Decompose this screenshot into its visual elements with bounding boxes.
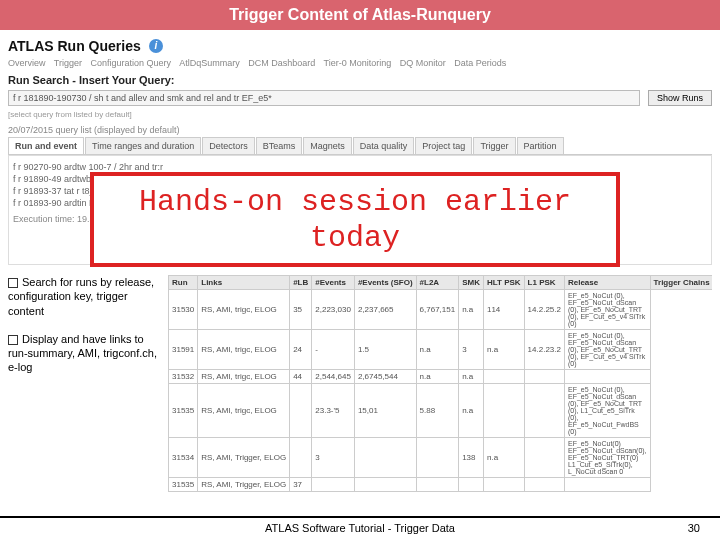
nav-item[interactable]: AtlDqSummary	[179, 58, 240, 68]
table-cell	[524, 478, 564, 492]
table-cell: 2,223,030	[312, 290, 355, 330]
table-cell: 31591	[169, 330, 198, 370]
table-row[interactable]: 31532RS, AMI, trigc, ELOG442,544,6452,67…	[169, 370, 713, 384]
recent-label: 20/07/2015 query list (displayed by defa…	[8, 125, 712, 135]
table-cell: 138	[459, 438, 484, 478]
table-cell: 3	[312, 438, 355, 478]
table-cell	[354, 438, 416, 478]
nav-item[interactable]: DQ Monitor	[400, 58, 446, 68]
table-cell: 23.3-'5	[312, 384, 355, 438]
info-icon[interactable]: i	[149, 39, 163, 53]
table-cell: 2,237,665	[354, 290, 416, 330]
side-text: Search for runs by release, configuratio…	[8, 275, 158, 492]
app-header: ATLAS Run Queries i	[8, 38, 712, 54]
table-cell	[524, 370, 564, 384]
table-cell	[312, 478, 355, 492]
table-header: Release	[564, 276, 650, 290]
table-cell: 31535	[169, 384, 198, 438]
table-header: HLT PSK	[483, 276, 524, 290]
nav-item[interactable]: Data Periods	[454, 58, 506, 68]
table-cell: RS, AMI, trigc, ELOG	[198, 384, 290, 438]
tab-project[interactable]: Project tag	[415, 137, 472, 154]
table-cell: n.a	[459, 370, 484, 384]
table-cell	[459, 478, 484, 492]
table-cell: EF_e5_NoCut(0) EF_e5_NoCut_dScan(0), EF_…	[564, 438, 650, 478]
table-row[interactable]: 31535RS, AMI, Trigger, ELOG37	[169, 478, 713, 492]
table-cell: RS, AMI, trigc, ELOG	[198, 290, 290, 330]
table-header: #Events (SFO)	[354, 276, 416, 290]
table-cell: EF_e5_NoCut (0), EF_e5_NoCut_dScan (0), …	[564, 330, 650, 370]
table-header: Links	[198, 276, 290, 290]
checkbox-icon	[8, 278, 18, 288]
result-line[interactable]: f r 90270-90 ardtw 100-7 / 2hr and tr:r	[13, 162, 707, 172]
table-cell: n.a	[483, 330, 524, 370]
table-cell	[483, 478, 524, 492]
table-cell: 6,767,151	[416, 290, 459, 330]
nav-item[interactable]: Tier-0 Monitoring	[324, 58, 392, 68]
table-cell: 14.2.25.2	[524, 290, 564, 330]
table-header: SMK	[459, 276, 484, 290]
query-row: Show Runs	[8, 90, 712, 106]
overlay-box: Hands-on session earlier today	[90, 172, 620, 267]
tab-bteams[interactable]: BTeams	[256, 137, 303, 154]
table-cell: -	[312, 330, 355, 370]
nav-item[interactable]: Configuration Query	[91, 58, 172, 68]
tabs-row: Run and event Time ranges and duration D…	[8, 137, 712, 155]
table-cell	[290, 384, 312, 438]
table-cell: 31530	[169, 290, 198, 330]
table-cell: 2,544,645	[312, 370, 355, 384]
table-cell: 5.88	[416, 384, 459, 438]
table-cell	[416, 438, 459, 478]
table-cell: 37	[290, 478, 312, 492]
table-cell: 31534	[169, 438, 198, 478]
table-cell	[524, 438, 564, 478]
table-cell: 2,6745,544	[354, 370, 416, 384]
table-cell	[483, 384, 524, 438]
table-cell: 15,01	[354, 384, 416, 438]
app-name: ATLAS Run Queries	[8, 38, 141, 54]
checkbox-icon	[8, 335, 18, 345]
overlay-text: Hands-on session earlier today	[94, 184, 616, 256]
tab-partition[interactable]: Partition	[517, 137, 564, 154]
query-input[interactable]	[8, 90, 640, 106]
footer-center: ATLAS Software Tutorial - Trigger Data	[0, 522, 720, 534]
table-cell: 44	[290, 370, 312, 384]
table-header: Trigger Chains	[650, 276, 712, 290]
table-cell	[483, 370, 524, 384]
table-row[interactable]: 31535RS, AMI, trigc, ELOG23.3-'515,015.8…	[169, 384, 713, 438]
tab-magnets[interactable]: Magnets	[303, 137, 352, 154]
table-cell: 31535	[169, 478, 198, 492]
tab-run-event[interactable]: Run and event	[8, 137, 84, 154]
table-cell	[564, 370, 650, 384]
lower-row: Search for runs by release, configuratio…	[8, 275, 712, 492]
show-runs-button[interactable]: Show Runs	[648, 90, 712, 106]
table-cell: 1.5	[354, 330, 416, 370]
nav-item[interactable]: DCM Dashboard	[248, 58, 315, 68]
table-cell: 114	[483, 290, 524, 330]
table-cell: RS, AMI, Trigger, ELOG	[198, 478, 290, 492]
table-row[interactable]: 31534RS, AMI, Trigger, ELOG3138n.aEF_e5_…	[169, 438, 713, 478]
nav-item[interactable]: Trigger	[54, 58, 82, 68]
table-cell: 24	[290, 330, 312, 370]
footer: ATLAS Software Tutorial - Trigger Data 3…	[0, 516, 720, 534]
table-cell: n.a	[459, 384, 484, 438]
search-label: Run Search - Insert Your Query:	[8, 74, 712, 86]
tab-trigger[interactable]: Trigger	[473, 137, 515, 154]
tab-dq[interactable]: Data quality	[353, 137, 415, 154]
tab-time[interactable]: Time ranges and duration	[85, 137, 201, 154]
table-cell: EF_e5_NoCut (0), EF_e5_NoCut_dScan (0), …	[564, 384, 650, 438]
table-row[interactable]: 31530RS, AMI, trigc, ELOG352,223,0302,23…	[169, 290, 713, 330]
table-cell: RS, AMI, Trigger, ELOG	[198, 438, 290, 478]
table-cell	[416, 478, 459, 492]
table-header: #L2A	[416, 276, 459, 290]
table-cell: 3	[459, 330, 484, 370]
table-cell	[290, 438, 312, 478]
nav-item[interactable]: Overview	[8, 58, 46, 68]
table-cell	[564, 478, 650, 492]
table-header: #LB	[290, 276, 312, 290]
table-row[interactable]: 31591RS, AMI, trigc, ELOG24-1.5n.a3n.a14…	[169, 330, 713, 370]
table-cell: RS, AMI, trigc, ELOG	[198, 370, 290, 384]
table-cell: EF_e5_NoCut (0), EF_e5_NoCut_dScan (0), …	[564, 290, 650, 330]
tab-detectors[interactable]: Detectors	[202, 137, 255, 154]
table-cell	[524, 384, 564, 438]
